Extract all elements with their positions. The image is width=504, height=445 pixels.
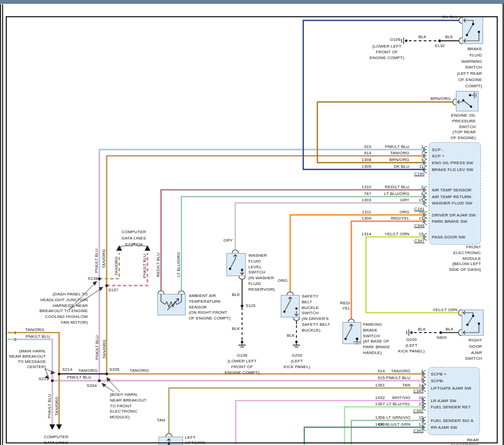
module-label-fem: FRONT ELECTRONIC MODULE (BELOW LEFT SIDE… xyxy=(429,245,481,273)
brake-fluid-warning-switch-box xyxy=(462,16,483,44)
pin-number: 17 xyxy=(409,422,423,427)
ground-location-g200: (LEFT KICK PANEL) xyxy=(271,359,323,370)
wire-color-label: YEL/LT GRN xyxy=(347,232,409,237)
wire-color-label: PNK/LT BLU xyxy=(348,375,410,381)
module-label-rem: REAR ELECTRONIC xyxy=(427,438,479,445)
wire-pnk-lt-blu-dashed-branch xyxy=(107,253,147,286)
pin-function: DRIVER DR AJAR SW xyxy=(432,213,476,218)
wire-org xyxy=(290,215,425,292)
ground-label-g200: G200 xyxy=(281,353,313,358)
wire-label-red-lt-blu-v: RED/LT BLU xyxy=(156,253,161,277)
g106-top-ground-icon xyxy=(402,38,407,44)
wire-color-label: BRN/ORG xyxy=(347,157,409,163)
component-label-liftgate: LEFT LIFTGATE xyxy=(185,435,216,445)
wire-color-label: ORG xyxy=(347,210,409,215)
wire-label-pnk-lt-blu-v: PNK/LT BLU xyxy=(95,335,100,360)
wire-color-label: TAN xyxy=(348,383,410,388)
pin-number: 1 xyxy=(409,369,423,374)
splice-label-s335: S335 xyxy=(109,367,119,372)
splice-label-s334: S334 xyxy=(81,383,97,389)
wire-dk-blu-lt-grn xyxy=(304,427,425,444)
wire-label-red-yel: RED/ YEL xyxy=(335,301,350,311)
pin-function: AIR TEMP SENSOR xyxy=(432,188,472,193)
pin-function: LR AJAR SW xyxy=(431,398,456,404)
right-door-ajar-switch-box xyxy=(462,310,484,336)
connector-label-c190: C190 xyxy=(409,172,425,177)
wire-label-yel-lt-grn: YEL/LT GRN xyxy=(426,307,457,313)
pin-function: SCP + xyxy=(432,154,444,159)
pin-function: RR AJAR SW xyxy=(431,425,457,430)
wire-color-label: TAN/ORG xyxy=(347,151,409,156)
connector-label-c343: C343 xyxy=(408,428,423,433)
wire-color-label: GRY xyxy=(347,198,409,203)
splice-label-s215: S215 xyxy=(33,376,49,382)
pin-function: SCPB- xyxy=(431,379,444,384)
pin-function: SCPB + xyxy=(431,372,446,377)
wire-label-brn-org: BRN/ORG xyxy=(425,96,451,101)
connector-label-c347: C347 xyxy=(409,238,425,244)
pin-function: BRAKE FLD LEV SW xyxy=(432,167,473,173)
pin-number: 15 xyxy=(409,198,423,203)
wire-label-tan-org: TAN/ORG xyxy=(25,327,44,333)
wire-label-blk: BLK xyxy=(224,326,240,332)
pin-function: LIFTGATE AJAR SW xyxy=(431,386,471,391)
pin-function: FUEL SENDER RET xyxy=(431,405,471,410)
wire-label-pnk-lt-blu: PNK/LT BLU xyxy=(67,375,91,380)
wire-label-tan-org: TAN/ORG xyxy=(130,368,149,373)
pin-function: AIR TEMP RETURN xyxy=(432,195,471,200)
pin-number: 15 xyxy=(409,415,423,420)
wire-label-tan-org-v: TAN/ORG xyxy=(101,249,107,268)
ambient-air-temp-sensor-box xyxy=(157,294,186,315)
connector-label-c341: C341 xyxy=(408,389,423,394)
wire-label-pnk-lt-blu-dashed-v: PNK/LT BLU xyxy=(142,254,147,278)
ground-label-g106: G106 xyxy=(385,37,400,42)
pin-number: 9 xyxy=(409,191,423,197)
component-label-washer: WASHER FLUID LEVEL SWITCH (IN WASHER FLU… xyxy=(248,253,295,293)
pin-number: 19 xyxy=(409,216,423,221)
wire-label-pnk-lt-blu: PNK/LT BLU xyxy=(26,334,50,339)
wire-label-blk: BLK xyxy=(442,327,457,332)
g106-bottom-ground-icon xyxy=(238,341,246,347)
component-label-ambient: AMBIENT AIR TEMPERATURE SENSOR (ON RIGHT… xyxy=(189,293,246,322)
pin-function: PASS DOOR SW xyxy=(432,235,465,240)
wire-label-lt-blu-org-v: LT BLU/ORG xyxy=(176,252,181,277)
splice-label-s115: S115 xyxy=(246,303,256,309)
component-label-rdoor: RIGHT DOOR AJAR SWITCH xyxy=(440,337,482,362)
edge-pin-1: 1 xyxy=(14,330,17,336)
pin-number: 10 xyxy=(409,210,423,215)
pin-number: 14 xyxy=(409,383,423,388)
wire-label-pnk-lt-blu-v: PNK/LT BLU xyxy=(47,394,52,418)
wire-label-blk: BLK xyxy=(414,327,430,332)
wire-label-tan: TAN xyxy=(157,418,165,423)
splice-label-s137: S137 xyxy=(108,288,118,293)
pin-number: 2 xyxy=(409,185,423,190)
pin-function: PARK BRAKE SW xyxy=(432,219,467,224)
wire-label-tan-org: TAN/ORG xyxy=(78,368,98,373)
wiring-diagram-page: DK BLU G106 (LOWER LEFT FRONT OF ENGINE … xyxy=(0,0,504,445)
note-cdl-system: COMPUTER DATA LINES SYSTEM xyxy=(108,229,160,247)
g200-bottom-ground-icon xyxy=(293,341,300,347)
pin-number: 1 xyxy=(409,144,423,150)
pin-number: 15 xyxy=(409,232,423,237)
wire-color-label: RED/LT BLU xyxy=(347,185,409,190)
title-bar-fragment xyxy=(0,0,504,4)
pin-function: FUEL SENDER SIG A xyxy=(431,418,473,424)
pin-function: WASHER FLUID SW xyxy=(432,201,473,206)
ground-location-g106: (LOWER LEFT FRONT OF ENGINE COMPT) xyxy=(216,359,268,375)
pin-number: 11 xyxy=(409,164,423,169)
pin-number: 7 xyxy=(409,151,423,156)
pin-number: 2 xyxy=(409,375,423,381)
wire-label-tan-org-v: TAN/ORG xyxy=(102,339,107,359)
wire-color-label: LT BLU/ORG xyxy=(347,191,409,197)
wire-color-label: PNK/LT BLU xyxy=(347,144,409,150)
ground-location-g200: (LEFT KICK PANEL) xyxy=(385,343,438,355)
component-label-belt: SAFETY BELT BUCKLE SWITCH (IN DRIVER'S S… xyxy=(302,294,349,334)
note-dash-panel: (DASH PANEL TO HEADLIGHT JUNCTION HARNES… xyxy=(15,292,88,326)
wire-color-label: WHT/VIO xyxy=(348,395,410,401)
pin-number: 23 xyxy=(409,402,423,407)
pin-number: 16 xyxy=(409,395,423,401)
ground-location-g106: (LOWER LEFT FRONT OF ENGINE COMPT) xyxy=(361,44,413,61)
page-edge-left-inner xyxy=(2,4,3,445)
note-cdl: COMPUTER DATA LINES xyxy=(44,435,75,445)
connector-label-c342: C342 xyxy=(408,408,423,414)
